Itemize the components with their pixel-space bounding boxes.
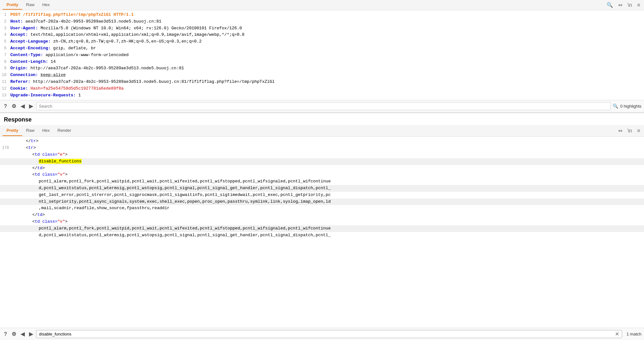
response-help-button[interactable]: ? (3, 331, 8, 338)
request-tab-pretty[interactable]: Pretty (3, 0, 22, 10)
line-number: 178 (0, 145, 13, 151)
response-line: d,pcntl_wexitstatus,pcntl_wtermsig,pcntl… (0, 232, 644, 239)
response-title: Response (0, 113, 644, 125)
menu-button[interactable]: ≡ (636, 2, 641, 9)
request-line-content: Host: aea37caf-202a-4b2c-9953-95289ae3d5… (10, 18, 641, 25)
response-word-wrap-button[interactable]: ⇔ (617, 127, 624, 134)
line-content: </td> (13, 165, 641, 172)
line-number: 13 (0, 92, 10, 99)
back-button[interactable]: ◀ (19, 102, 26, 110)
forward-button[interactable]: ▶ (28, 102, 34, 110)
request-content: 1 POST /flflflflаg.php?file=/tmp/phpTxZl… (0, 10, 644, 100)
request-line-1: 1 POST /flflflflаg.php?file=/tmp/phpTxZl… (0, 12, 644, 18)
response-line: pcntl_alarm,pcntl_fork,pcntl_waitpid,pcn… (0, 178, 644, 185)
request-search-bar: ? ⚙ ◀ ▶ 🔍 0 highlights (0, 100, 644, 112)
response-forward-button[interactable]: ▶ (28, 330, 34, 338)
response-section: Response Pretty Raw Hex Render ⇔ \n ≡ </… (0, 113, 644, 340)
response-tab-raw[interactable]: Raw (22, 125, 38, 136)
response-newline-button[interactable]: \n (626, 127, 633, 134)
match-count: 1 match (627, 332, 641, 336)
line-content: <td class="e"> (13, 151, 641, 158)
request-line-content: Content-Length: 14 (10, 59, 641, 65)
request-line-2: 2 Host: aea37caf-202a-4b2c-9953-95289ae3… (0, 18, 644, 25)
response-tab-render[interactable]: Render (54, 125, 75, 136)
settings-button[interactable]: ⚙ (10, 102, 17, 110)
response-content-area[interactable]: </tr> 178 <tr> <td class="e"> disable_fu… (0, 137, 644, 328)
request-section: Pretty Raw Hex 🔍 ⇔ \n ≡ 1 POST /flflflfl… (0, 0, 644, 113)
request-line-3: 3 User-Agent: Mozilla/5.0 (Windows NT 10… (0, 25, 644, 32)
response-line: </tr> (0, 138, 644, 145)
response-back-button[interactable]: ◀ (19, 330, 26, 338)
response-line: pcntl_alarm,pcntl_fork,pcntl_waitpid,pcn… (0, 225, 644, 232)
line-number: 5 (0, 39, 10, 45)
line-content: d,pcntl_wexitstatus,pcntl_wtermsig,pcntl… (13, 232, 641, 239)
line-content: </tr> (13, 138, 641, 145)
line-number: 1 (0, 12, 10, 18)
app-layout: Pretty Raw Hex 🔍 ⇔ \n ≡ 1 POST /flflflfl… (0, 0, 644, 340)
response-tab-pretty[interactable]: Pretty (3, 125, 22, 136)
line-number: 3 (0, 25, 10, 32)
request-line-content: Upgrade-Insecure-Requests: 1 (10, 92, 641, 99)
response-line: get_last_error,pcntl_strerror,pcntl_sigp… (0, 192, 644, 199)
search-toggle-button[interactable]: 🔍 (605, 1, 614, 9)
response-line-highlight: disable_functions (0, 158, 644, 165)
request-line-content: Origin: http://aea37caf-202a-4b2c-9953-9… (10, 65, 641, 72)
line-number: 2 (0, 19, 10, 25)
request-line-content: Referer: http://aea37caf-202a-4b2c-9953-… (10, 79, 641, 85)
request-search-input[interactable] (36, 102, 611, 110)
request-tabs-right: 🔍 ⇔ \n ≡ (605, 1, 641, 9)
highlights-count: 0 highlights (620, 104, 641, 109)
response-menu-button[interactable]: ≡ (636, 127, 641, 134)
line-content: <td class="v"> (13, 219, 641, 225)
line-number: 7 (0, 52, 10, 58)
line-number: 10 (0, 72, 10, 78)
request-line-5: 5 Accept-Language: zh-CN,zh;q=0.8,zh-TW;… (0, 38, 644, 45)
response-line: </td> (0, 212, 644, 219)
response-line: <td class="e"> (0, 151, 644, 158)
request-line-content: Accept-Encoding: gzip, deflate, br (10, 45, 641, 52)
request-line-8: 8 Content-Length: 14 (0, 59, 644, 65)
response-search-input[interactable] (38, 330, 614, 338)
request-line-content: User-Agent: Mozilla/5.0 (Windows NT 10.0… (10, 25, 641, 32)
line-content: <td class="v"> (13, 171, 641, 178)
line-number: 8 (0, 59, 10, 65)
response-tab-hex[interactable]: Hex (38, 125, 54, 136)
newline-button[interactable]: \n (626, 2, 633, 9)
request-line-content: Cookie: Hash=fa25e54758d5d5c1927781a6ede… (10, 85, 641, 92)
request-line-content: Content-Type: application/x-www-form-url… (10, 52, 641, 59)
response-line: <td class="v"> (0, 219, 644, 225)
response-line: </td> (0, 165, 644, 172)
request-line-10: 10 Connection: keep-alive (0, 72, 644, 79)
response-search-input-wrap: ✕ (36, 330, 622, 338)
search-icon: 🔍 (613, 103, 618, 109)
response-settings-button[interactable]: ⚙ (10, 330, 17, 338)
response-line: ntl_setpriority,pcntl_async_signals,syst… (0, 199, 644, 205)
response-search-bar: ? ⚙ ◀ ▶ ✕ 1 match (0, 328, 644, 340)
request-line-content: Accept: text/html,application/xhtml+xml,… (10, 32, 641, 38)
line-content: pcntl_alarm,pcntl_fork,pcntl_waitpid,pcn… (13, 225, 641, 232)
request-line-4: 4 Accept: text/html,application/xhtml+xm… (0, 32, 644, 38)
clear-search-button[interactable]: ✕ (614, 331, 620, 337)
request-tabs-bar: Pretty Raw Hex 🔍 ⇔ \n ≡ (0, 0, 644, 10)
request-line-content: POST /flflflflаg.php?file=/tmp/phpTxZlGl… (10, 12, 641, 18)
line-content: disable_functions (13, 158, 641, 165)
line-number: 4 (0, 32, 10, 38)
request-line-12: 12 Cookie: Hash=fa25e54758d5d5c1927781a6… (0, 85, 644, 92)
response-tabs-right: ⇔ \n ≡ (617, 127, 641, 134)
request-line-content: Accept-Language: zh-CN,zh;q=0.8,zh-TW;q=… (10, 38, 641, 45)
request-tab-hex[interactable]: Hex (38, 0, 54, 10)
request-tab-raw[interactable]: Raw (22, 0, 38, 10)
line-content: <tr> (13, 145, 641, 151)
request-line-6: 6 Accept-Encoding: gzip, deflate, br (0, 45, 644, 52)
request-line-content: Connection: keep-alive (10, 72, 641, 79)
help-button[interactable]: ? (3, 103, 8, 110)
word-wrap-button[interactable]: ⇔ (617, 1, 624, 9)
response-line: ,mail,scadnir,readfile,show_source,fpass… (0, 205, 644, 212)
line-number: 6 (0, 45, 10, 52)
request-line-13: 13 Upgrade-Insecure-Requests: 1 (0, 92, 644, 99)
response-line: d,pcntl_wexitstatus,pcntl_wtermsig,pcntl… (0, 185, 644, 192)
response-tabs-bar: Pretty Raw Hex Render ⇔ \n ≡ (0, 125, 644, 137)
response-line-178: 178 <tr> (0, 145, 644, 151)
line-number: 11 (0, 79, 10, 85)
line-content: get_last_error,pcntl_strerror,pcntl_sigp… (13, 192, 641, 199)
